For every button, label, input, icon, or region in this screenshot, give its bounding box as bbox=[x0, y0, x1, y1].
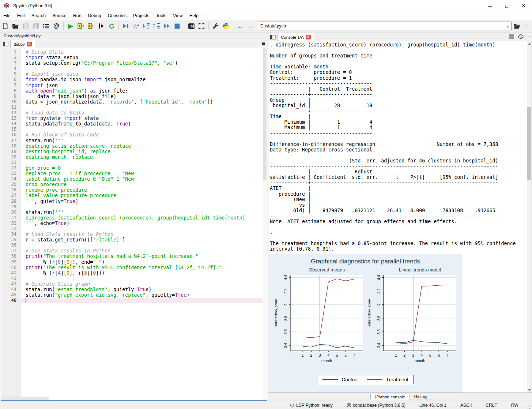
menu-run[interactable]: Run bbox=[70, 12, 85, 19]
maximize-pane-button[interactable] bbox=[186, 21, 196, 31]
code-line-30[interactable]: stata.run(''' bbox=[21, 210, 267, 215]
open-file-button[interactable] bbox=[10, 21, 20, 31]
code-line-19[interactable]: destring hospital_id, replace bbox=[21, 149, 267, 154]
run-cell-advance-button[interactable] bbox=[86, 21, 96, 31]
menu-edit[interactable]: Edit bbox=[14, 12, 28, 19]
save-button[interactable] bbox=[20, 21, 31, 31]
editor-horizontal-scrollbar[interactable] bbox=[1, 397, 49, 400]
code-line-2[interactable]: import stata_setup bbox=[21, 55, 267, 60]
close-tab-icon[interactable] bbox=[306, 35, 311, 40]
parent-directory-button[interactable]: ↑ bbox=[522, 21, 532, 31]
code-line-43[interactable]: # Generate Stata graph bbox=[21, 281, 267, 287]
code-line-42[interactable] bbox=[21, 276, 267, 281]
code-line-31[interactable]: didregress (satisfaction_score) (procedu… bbox=[21, 215, 267, 221]
working-directory-input[interactable] bbox=[258, 23, 506, 29]
code-line-28[interactable]: ''', quietly=True) bbox=[21, 199, 267, 204]
step-over-button[interactable] bbox=[131, 21, 141, 31]
run-file-button[interactable]: ▶ bbox=[65, 21, 76, 31]
code-area[interactable]: # Setup Stataimport stata_setupstata_set… bbox=[21, 48, 267, 400]
menu-debug[interactable]: Debug bbox=[85, 12, 105, 19]
code-line-9[interactable]: data = json.load(json_file) bbox=[21, 94, 267, 99]
rerun-cell-button[interactable] bbox=[106, 21, 117, 31]
forward-button[interactable]: → bbox=[245, 21, 256, 31]
code-line-8[interactable]: with open("did.json") as json_file: bbox=[21, 88, 267, 94]
code-line-33[interactable] bbox=[21, 226, 267, 232]
code-line-11[interactable] bbox=[21, 105, 267, 110]
code-line-16[interactable]: # Run block of Stata code bbox=[21, 132, 267, 138]
code-line-45[interactable]: stata.run("graph export did.svg, replace… bbox=[21, 292, 267, 298]
maximize-button[interactable] bbox=[498, 0, 515, 12]
stop-debug-button[interactable] bbox=[172, 21, 182, 31]
editor-options-menu-icon[interactable]: ≡ bbox=[262, 40, 265, 47]
scroll-up-icon[interactable] bbox=[528, 43, 531, 45]
code-line-20[interactable]: destring month, replace bbox=[21, 154, 267, 160]
ipython-console[interactable]: . didregress (satisfaction_score) (proce… bbox=[268, 41, 532, 393]
code-line-13[interactable]: from pystata import stata bbox=[21, 116, 267, 121]
code-line-38[interactable]: print("The treatment hospitals had a %4.… bbox=[21, 254, 267, 259]
menu-projects[interactable]: Projects bbox=[130, 12, 152, 19]
code-line-4[interactable] bbox=[21, 66, 267, 71]
code-line-24[interactable]: label define procedure 0 "Old" 1 "New" bbox=[21, 176, 267, 182]
code-line-22[interactable]: gen proc = 0 bbox=[21, 165, 267, 171]
code-line-23[interactable]: replace proc = 1 if procedure == "New" bbox=[21, 171, 267, 176]
code-line-7[interactable]: import json bbox=[21, 83, 267, 88]
console-options-menu-icon[interactable]: ≡ bbox=[527, 33, 531, 40]
code-line-3[interactable]: stata_setup.config("C:/Program Files/Sta… bbox=[21, 60, 267, 66]
code-line-29[interactable] bbox=[21, 204, 267, 210]
minimize-button[interactable] bbox=[482, 0, 498, 12]
chevron-down-icon[interactable] bbox=[506, 23, 511, 29]
code-line-18[interactable]: destring satisfaction_score, replace bbox=[21, 143, 267, 149]
editor-vertical-scrollbar[interactable] bbox=[263, 48, 267, 400]
menu-tools[interactable]: Tools bbox=[152, 12, 170, 19]
code-line-27[interactable]: label value procedure procedure bbox=[21, 193, 267, 198]
code-line-44[interactable]: stata.run("estat trendplots", quietly=Tr… bbox=[21, 287, 267, 292]
step-out-button[interactable] bbox=[151, 21, 162, 31]
interrupt-kernel-icon[interactable] bbox=[509, 34, 514, 39]
scroll-down-icon[interactable] bbox=[528, 389, 531, 391]
continue-button[interactable] bbox=[162, 21, 172, 31]
console-tab[interactable]: Console 1/A bbox=[278, 33, 314, 41]
menu-help[interactable]: Help bbox=[186, 12, 202, 19]
code-line-10[interactable]: data = json_normalize(data, 'records', [… bbox=[21, 99, 267, 105]
debug-file-button[interactable] bbox=[121, 21, 131, 31]
resize-grip[interactable] bbox=[528, 405, 531, 409]
browse-tabs-button[interactable] bbox=[2, 41, 9, 48]
file-switcher-button[interactable] bbox=[41, 21, 51, 31]
code-line-39[interactable]: % (r[0][0]), end=" ") bbox=[21, 259, 267, 265]
tab-ipython-console[interactable]: IPython console bbox=[370, 394, 410, 400]
code-line-5[interactable]: # Import json data bbox=[21, 71, 267, 77]
code-line-21[interactable] bbox=[21, 160, 267, 165]
pythonpath-button[interactable] bbox=[221, 21, 231, 31]
code-line-1[interactable]: # Setup Stata bbox=[21, 49, 267, 55]
browse-tabs-button[interactable] bbox=[269, 34, 276, 41]
code-line-12[interactable]: # Load data to Stata bbox=[21, 110, 267, 116]
preferences-button[interactable] bbox=[211, 21, 221, 31]
run-cell-button[interactable] bbox=[76, 21, 86, 31]
code-line-14[interactable]: stata.pdataframe_to_data(data, True) bbox=[21, 121, 267, 127]
code-line-6[interactable]: from pandas.io.json import json_normaliz… bbox=[21, 77, 267, 82]
working-directory-combobox[interactable] bbox=[258, 22, 512, 30]
editor-tab-didpy[interactable]: did.py bbox=[10, 40, 35, 48]
menu-file[interactable]: File bbox=[0, 12, 14, 19]
code-line-15[interactable] bbox=[21, 127, 267, 132]
menu-view[interactable]: View bbox=[170, 12, 186, 19]
console-vertical-scrollbar[interactable] bbox=[527, 41, 532, 393]
code-line-32[interactable]: ''', echo=True) bbox=[21, 221, 267, 226]
code-line-40[interactable]: print("The result is with 95%% confidenc… bbox=[21, 265, 267, 270]
step-into-button[interactable] bbox=[141, 21, 151, 31]
code-line-34[interactable]: # Load Stata results to Python bbox=[21, 232, 267, 237]
code-line-41[interactable]: % (r[4][0], r[5][0])) bbox=[21, 270, 267, 276]
code-line-36[interactable] bbox=[21, 243, 267, 248]
menu-search[interactable]: Search bbox=[28, 12, 49, 19]
clear-console-icon[interactable] bbox=[518, 34, 524, 39]
fullscreen-button[interactable] bbox=[196, 21, 207, 31]
scrollbar-thumb[interactable] bbox=[527, 107, 531, 180]
code-editor[interactable]: 1234567891011121314151617181920212223242… bbox=[1, 48, 267, 401]
back-button[interactable]: ← bbox=[235, 21, 245, 31]
code-line-37[interactable]: # Use Stata results in Python bbox=[21, 248, 267, 254]
code-line-46[interactable] bbox=[21, 298, 267, 303]
find-symbols-button[interactable]: @ bbox=[51, 21, 61, 31]
menu-source[interactable]: Source bbox=[49, 12, 70, 19]
code-line-35[interactable]: r = stata.get_return()['r(table)'] bbox=[21, 237, 267, 243]
menu-consoles[interactable]: Consoles bbox=[105, 12, 130, 19]
